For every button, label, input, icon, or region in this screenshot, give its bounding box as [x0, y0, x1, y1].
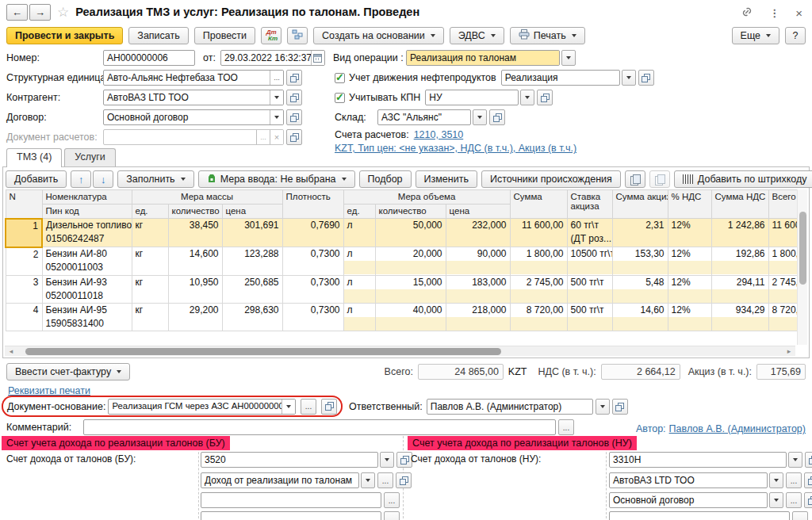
scrollbar-thumb[interactable] [799, 212, 806, 285]
open-button[interactable] [612, 399, 628, 415]
dropdown-caret-icon[interactable] [788, 452, 802, 468]
document-structure-button[interactable] [287, 27, 308, 44]
col-vol-qty[interactable]: количество [375, 205, 446, 219]
save-button[interactable]: Записать [128, 27, 188, 44]
col-vol-unit[interactable]: ед. [343, 205, 375, 219]
dropdown-caret-icon[interactable] [561, 50, 576, 66]
ellipsis-button[interactable]: ... [301, 399, 316, 415]
clear-icon[interactable]: × [270, 130, 283, 144]
favorite-star-icon[interactable]: ☆ [57, 4, 69, 21]
input-measure-button[interactable]: Мера ввода: Не выбрана [198, 170, 355, 188]
ellipsis-button[interactable]: ... [384, 511, 400, 520]
print-details-link[interactable]: Реквизиты печати [8, 385, 90, 396]
dtkt-postings-button[interactable]: ДтКт [261, 27, 282, 44]
kpn-checkbox[interactable] [335, 93, 345, 103]
tab-tmz[interactable]: ТМЗ (4) [6, 148, 62, 167]
structural-unit-field[interactable]: Авто-Альянс Нефтебаза ТОО ... [103, 70, 284, 86]
scroll-left-icon[interactable]: ◂ [6, 346, 16, 357]
origin-sources-button[interactable]: Источники происхождения [481, 170, 621, 188]
edit-button[interactable]: Изменить [416, 170, 477, 188]
close-icon[interactable]: × [795, 6, 802, 20]
comment-field[interactable] [83, 419, 556, 435]
counterparty-field[interactable]: АвтоВАЗ LTD ТОО [103, 90, 284, 105]
tab-services[interactable]: Услуги [64, 148, 115, 166]
help-button[interactable]: ? [785, 27, 806, 44]
pick-button[interactable]: Подбор [359, 170, 412, 188]
oil-products-field[interactable]: Реализация [501, 70, 620, 86]
more-button[interactable]: Еще [732, 27, 779, 44]
bu-analytics3-field[interactable] [201, 511, 381, 520]
vertical-scrollbar[interactable] [797, 189, 807, 345]
warehouse-field[interactable]: АЗС "Альянс" [377, 109, 471, 125]
bu-analytics1-field[interactable]: Доход от реализации по талонам [201, 472, 359, 488]
open-button[interactable] [286, 129, 302, 145]
fill-button[interactable]: Заполнить [117, 170, 193, 188]
dropdown-caret-icon[interactable] [596, 399, 610, 415]
col-nomenclature[interactable]: Номенклатура [42, 190, 132, 205]
col-mass-group[interactable]: Мера массы [132, 190, 282, 205]
number-field[interactable]: АН000000006 [103, 50, 195, 66]
move-down-button[interactable]: ↓ [93, 170, 113, 188]
table-row[interactable]: 2 Бензин АИ-8005200011003 кг 14,600 123,… [6, 247, 799, 276]
bu-account-field[interactable]: 3520 [201, 452, 378, 468]
open-button[interactable] [804, 472, 812, 488]
col-mass-price[interactable]: цена [222, 205, 282, 219]
create-based-on-button[interactable]: Создать на основании [313, 27, 444, 44]
dropdown-caret-icon[interactable] [282, 400, 295, 414]
col-vat[interactable]: % НДС [668, 190, 711, 219]
basis-field[interactable]: Реализация ГСМ через АЗС АН000000004 от … [108, 399, 296, 415]
col-excise-sum[interactable]: Сумма акциза [612, 190, 668, 219]
col-vat-sum[interactable]: Сумма НДС [711, 190, 768, 219]
col-pin[interactable]: Пин код [42, 205, 132, 219]
operation-field[interactable]: Реализация по талонам [406, 50, 560, 66]
ellipsis-button[interactable]: ... [792, 511, 808, 520]
col-sum[interactable]: Сумма [510, 190, 567, 219]
scrollbar-thumb[interactable] [25, 348, 501, 355]
date-field[interactable]: 29.03.2022 16:32:37 [220, 50, 325, 66]
nu-account-field[interactable]: 3310Н [609, 452, 787, 468]
table-row[interactable]: 1 Дизельное топливо л...01506242487 кг 3… [6, 219, 799, 247]
ellipsis-icon[interactable]: ... [270, 71, 283, 85]
dropdown-caret-icon[interactable] [361, 472, 375, 488]
col-n[interactable]: N [6, 190, 42, 219]
col-total[interactable]: Всего [768, 190, 799, 219]
open-button[interactable] [321, 399, 337, 415]
edvs-button[interactable]: ЭДВС [450, 27, 504, 44]
table-row[interactable]: 4 Бензин АИ-9515905831400 кг 29,200 298,… [6, 303, 799, 331]
col-volume-group[interactable]: Мера объема [343, 190, 510, 205]
enter-invoice-button[interactable]: Ввести счет-фактуру [6, 363, 130, 380]
kebab-menu-icon[interactable]: ⋮ [769, 8, 779, 19]
open-button[interactable] [804, 492, 812, 508]
dropdown-caret-icon[interactable] [769, 472, 783, 488]
kpn-field[interactable]: НУ [425, 90, 519, 105]
dropdown-caret-icon[interactable] [270, 110, 283, 124]
link-icon[interactable] [741, 6, 753, 21]
dropdown-caret-icon[interactable] [270, 90, 283, 105]
author-link[interactable]: Павлов А.В. (Администратор) [669, 423, 806, 434]
col-density[interactable]: Плотность [282, 190, 343, 219]
nu-analytics3-field[interactable] [609, 511, 790, 520]
settlement-accounts-link[interactable]: 1210, 3510 [414, 129, 464, 140]
col-mass-qty[interactable]: количество [168, 205, 222, 219]
copy-button[interactable] [625, 170, 645, 188]
pricing-settings-link[interactable]: KZT, Тип цен: <не указан>, НДС (в т.ч.),… [335, 143, 576, 154]
col-vol-price[interactable]: цена [446, 205, 510, 219]
ellipsis-button[interactable]: ... [384, 492, 400, 508]
open-button[interactable] [638, 70, 654, 86]
nu-analytics1-field[interactable]: АвтоВАЗ LTD ТОО [609, 472, 768, 488]
move-up-button[interactable]: ↑ [71, 170, 91, 188]
bu-analytics2-field[interactable] [201, 492, 381, 508]
ellipsis-icon[interactable]: ... [256, 130, 270, 144]
ellipsis-button[interactable]: ... [377, 472, 393, 488]
back-icon[interactable]: ← [6, 4, 28, 21]
open-button[interactable] [537, 90, 553, 105]
open-button[interactable] [286, 90, 302, 105]
nu-analytics2-field[interactable]: Основной договор [609, 492, 768, 508]
horizontal-scrollbar[interactable]: ◂ ▸ [5, 346, 795, 356]
dropdown-caret-icon[interactable] [769, 492, 783, 508]
open-button[interactable] [286, 109, 302, 125]
open-button[interactable] [286, 70, 302, 86]
responsible-field[interactable]: Павлов А.В. (Администратор) [427, 399, 593, 415]
open-button[interactable] [489, 109, 505, 125]
col-mass-unit[interactable]: ед. [132, 205, 168, 219]
